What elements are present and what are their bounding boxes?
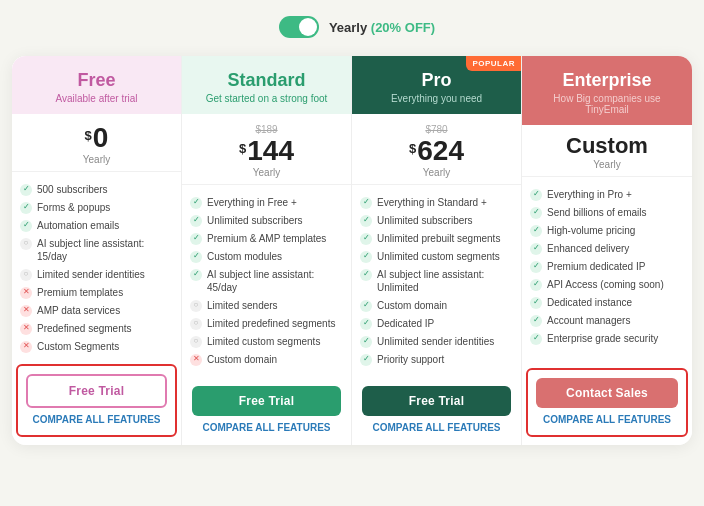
feature-text: Custom modules xyxy=(207,250,282,263)
feature-text: Custom domain xyxy=(207,353,277,366)
plan-tagline-enterprise: How Big companies use TinyEmail xyxy=(532,93,682,115)
feature-text: AI subject line assistant: 15/day xyxy=(37,237,173,263)
feature-item: ✓Unlimited custom segments xyxy=(360,247,513,265)
feature-text: Everything in Free + xyxy=(207,196,297,209)
feature-text: Unlimited subscribers xyxy=(207,214,303,227)
feature-item: ✓Custom domain xyxy=(360,296,513,314)
feature-text: Unlimited sender identities xyxy=(377,335,494,348)
feature-text: Everything in Pro + xyxy=(547,188,632,201)
feature-item: ✓Dedicated IP xyxy=(360,314,513,332)
feature-item: ✓Dedicated instance xyxy=(530,293,684,311)
feature-text: AMP data services xyxy=(37,304,120,317)
plan-features-pro: ✓Everything in Standard +✓Unlimited subs… xyxy=(352,185,521,376)
check-green-icon: ✓ xyxy=(530,189,542,201)
plan-tagline-free: Available after trial xyxy=(22,93,171,104)
cta-button-enterprise[interactable]: Contact Sales xyxy=(536,378,678,408)
plan-features-standard: ✓Everything in Free +✓Unlimited subscrib… xyxy=(182,185,351,376)
feature-text: Custom domain xyxy=(377,299,447,312)
billing-toggle[interactable] xyxy=(279,16,319,38)
check-green-icon: ✓ xyxy=(360,300,372,312)
feature-item: ✓Premium dedicated IP xyxy=(530,257,684,275)
feature-item: ✕Premium templates xyxy=(20,283,173,301)
plan-price-period-enterprise: Yearly xyxy=(532,159,682,170)
compare-link-enterprise[interactable]: COMPARE ALL FEATURES xyxy=(543,414,671,425)
feature-item: ○Limited senders xyxy=(190,296,343,314)
cta-button-standard[interactable]: Free Trial xyxy=(192,386,341,416)
plan-price-amount-free: 0 xyxy=(93,124,109,152)
billing-toggle-row: Yearly (20% OFF) xyxy=(269,16,435,38)
feature-item: ✓500 subscribers xyxy=(20,180,173,198)
check-green-icon: ✓ xyxy=(360,233,372,245)
feature-item: ✓Unlimited subscribers xyxy=(360,211,513,229)
feature-item: ✓API Access (coming soon) xyxy=(530,275,684,293)
feature-text: Forms & popups xyxy=(37,201,110,214)
feature-text: Premium dedicated IP xyxy=(547,260,645,273)
check-gray-icon: ○ xyxy=(20,269,32,281)
feature-item: ✓Unlimited prebuilt segments xyxy=(360,229,513,247)
plan-price-original-standard: $189 xyxy=(192,124,341,135)
feature-text: 500 subscribers xyxy=(37,183,108,196)
compare-link-free[interactable]: COMPARE ALL FEATURES xyxy=(33,414,161,425)
feature-text: Account managers xyxy=(547,314,630,327)
feature-text: Priority support xyxy=(377,353,444,366)
popular-badge: POPULAR xyxy=(466,56,521,71)
plan-footer-pro: Free TrialCOMPARE ALL FEATURES xyxy=(352,376,521,445)
feature-text: Premium templates xyxy=(37,286,123,299)
cta-button-pro[interactable]: Free Trial xyxy=(362,386,511,416)
check-green-icon: ✓ xyxy=(360,354,372,366)
check-green-icon: ✓ xyxy=(530,297,542,309)
feature-item: ✕AMP data services xyxy=(20,301,173,319)
plan-name-free: Free xyxy=(22,70,171,91)
plan-price-section-standard: $189$144Yearly xyxy=(182,114,351,185)
feature-text: Limited sender identities xyxy=(37,268,145,281)
plan-name-standard: Standard xyxy=(192,70,341,91)
feature-text: Enhanced delivery xyxy=(547,242,629,255)
check-green-icon: ✓ xyxy=(20,202,32,214)
plan-price-main-pro: $624 xyxy=(362,137,511,165)
feature-item: ✓AI subject line assistant: Unlimited xyxy=(360,265,513,296)
check-green-icon: ✓ xyxy=(20,184,32,196)
feature-item: ✓Premium & AMP templates xyxy=(190,229,343,247)
plan-footer-free: Free TrialCOMPARE ALL FEATURES xyxy=(16,364,177,437)
plan-price-period-free: Yearly xyxy=(22,154,171,165)
check-green-icon: ✓ xyxy=(360,251,372,263)
feature-item: ✓Enhanced delivery xyxy=(530,239,684,257)
check-green-icon: ✓ xyxy=(190,197,202,209)
cross-red-icon: ✕ xyxy=(20,341,32,353)
feature-text: Automation emails xyxy=(37,219,119,232)
plan-header-free: FreeAvailable after trial xyxy=(12,56,181,114)
plan-name-pro: Pro xyxy=(362,70,511,91)
check-green-icon: ✓ xyxy=(530,243,542,255)
plan-price-period-standard: Yearly xyxy=(192,167,341,178)
feature-text: Unlimited subscribers xyxy=(377,214,473,227)
feature-text: Unlimited prebuilt segments xyxy=(377,232,500,245)
check-green-icon: ✓ xyxy=(190,269,202,281)
plan-price-amount-pro: 624 xyxy=(417,137,464,165)
plan-footer-enterprise: Contact SalesCOMPARE ALL FEATURES xyxy=(526,368,688,437)
check-green-icon: ✓ xyxy=(360,215,372,227)
plan-price-main-free: $0 xyxy=(22,124,171,152)
plan-price-dollar-free: $ xyxy=(85,128,92,143)
feature-text: Enterprise grade security xyxy=(547,332,658,345)
plan-price-section-pro: $780$624Yearly xyxy=(352,114,521,185)
plans-grid: FreeAvailable after trial$0Yearly✓500 su… xyxy=(12,56,692,445)
feature-item: ○AI subject line assistant: 15/day xyxy=(20,234,173,265)
plan-header-pro: POPULARProEverything you need xyxy=(352,56,521,114)
check-gray-icon: ○ xyxy=(190,300,202,312)
feature-item: ✓Account managers xyxy=(530,311,684,329)
compare-link-pro[interactable]: COMPARE ALL FEATURES xyxy=(373,422,501,433)
feature-item: ✓Unlimited sender identities xyxy=(360,332,513,350)
cta-button-free[interactable]: Free Trial xyxy=(26,374,167,408)
feature-text: Limited predefined segments xyxy=(207,317,335,330)
cross-red-icon: ✕ xyxy=(20,287,32,299)
plan-footer-standard: Free TrialCOMPARE ALL FEATURES xyxy=(182,376,351,445)
check-green-icon: ✓ xyxy=(530,207,542,219)
check-green-icon: ✓ xyxy=(530,261,542,273)
plan-col-standard: StandardGet started on a strong foot$189… xyxy=(182,56,352,445)
feature-item: ✓Forms & popups xyxy=(20,198,173,216)
plan-tagline-standard: Get started on a strong foot xyxy=(192,93,341,104)
feature-item: ✕Predefined segments xyxy=(20,319,173,337)
plan-features-free: ✓500 subscribers✓Forms & popups✓Automati… xyxy=(12,172,181,364)
cross-red-icon: ✕ xyxy=(20,305,32,317)
compare-link-standard[interactable]: COMPARE ALL FEATURES xyxy=(203,422,331,433)
